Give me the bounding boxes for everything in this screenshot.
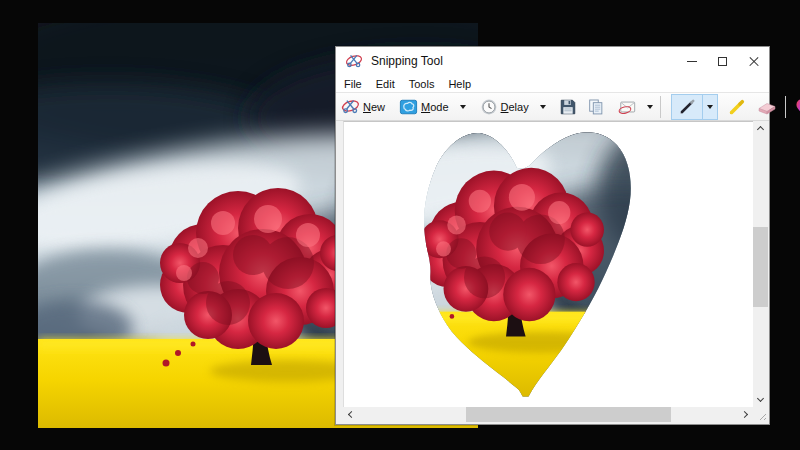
menu-bar: File Edit Tools Help: [336, 75, 769, 92]
close-icon: [748, 55, 760, 67]
chevron-up-icon: [757, 126, 764, 133]
pen-icon: [677, 97, 697, 117]
menu-tools[interactable]: Tools: [402, 75, 442, 92]
delay-dropdown-arrow[interactable]: [540, 105, 546, 109]
save-button[interactable]: [556, 95, 580, 119]
window-title: Snipping Tool: [371, 54, 676, 68]
email-envelope-icon: [617, 98, 638, 116]
copy-button[interactable]: [584, 95, 608, 119]
minimize-button[interactable]: [676, 47, 707, 75]
snipping-tool-app-icon: [345, 52, 363, 70]
new-label: New: [363, 101, 385, 113]
delay-button[interactable]: Delay: [477, 95, 549, 119]
vertical-scroll-thumb[interactable]: [753, 227, 768, 307]
heart-snip-image: [344, 122, 753, 407]
send-dropdown-arrow[interactable]: [647, 105, 653, 109]
eraser-icon: [756, 97, 778, 117]
scroll-down-button[interactable]: [753, 392, 768, 407]
resize-grip[interactable]: [753, 407, 768, 422]
new-button[interactable]: New: [338, 95, 388, 119]
scroll-up-button[interactable]: [753, 121, 768, 136]
mode-button[interactable]: Mode: [396, 95, 469, 119]
maximize-icon: [718, 57, 727, 66]
horizontal-scroll-thumb[interactable]: [466, 407, 671, 422]
canvas-area: [343, 121, 768, 422]
pen-dropdown-button[interactable]: [703, 94, 718, 120]
snip-canvas[interactable]: [343, 121, 753, 407]
eraser-button[interactable]: [753, 95, 781, 119]
horizontal-scrollbar[interactable]: [343, 407, 753, 422]
maximize-button[interactable]: [707, 47, 738, 75]
desktop: Snipping Tool File Edit Tools Help: [0, 0, 800, 450]
menu-edit[interactable]: Edit: [369, 75, 402, 92]
copy-icon: [587, 98, 605, 116]
scroll-left-button[interactable]: [343, 407, 358, 422]
close-button[interactable]: [738, 47, 769, 75]
delay-clock-icon: [480, 98, 498, 116]
highlighter-icon: [726, 97, 746, 117]
mode-dropdown-arrow[interactable]: [460, 105, 466, 109]
mode-freeform-icon: [399, 98, 418, 116]
paint3d-button[interactable]: [790, 95, 800, 119]
toolbar: New Mode Delay: [336, 92, 769, 121]
toolbar-separator: [660, 96, 661, 118]
resize-grip-icon: [753, 407, 768, 422]
paint3d-balloon-icon: [793, 97, 800, 116]
pen-button[interactable]: [671, 94, 703, 120]
chevron-right-icon: [741, 411, 748, 418]
minimize-icon: [687, 61, 697, 62]
chevron-down-icon: [757, 395, 764, 402]
pen-tool-group: [671, 94, 718, 120]
chevron-left-icon: [348, 411, 355, 418]
new-snip-scissors-icon: [341, 97, 360, 116]
menu-help[interactable]: Help: [441, 75, 478, 92]
mode-label: Mode: [421, 101, 449, 113]
save-floppy-icon: [559, 98, 577, 116]
toolbar-separator: [785, 96, 786, 118]
scroll-right-button[interactable]: [738, 407, 753, 422]
menu-file[interactable]: File: [337, 75, 369, 92]
delay-label: Delay: [501, 101, 529, 113]
titlebar[interactable]: Snipping Tool: [336, 47, 769, 75]
snipping-tool-window: Snipping Tool File Edit Tools Help: [335, 46, 770, 425]
pen-dropdown-arrow: [707, 105, 713, 109]
send-snip-button[interactable]: [614, 95, 656, 119]
highlighter-button[interactable]: [723, 95, 749, 119]
vertical-scrollbar[interactable]: [753, 121, 768, 407]
